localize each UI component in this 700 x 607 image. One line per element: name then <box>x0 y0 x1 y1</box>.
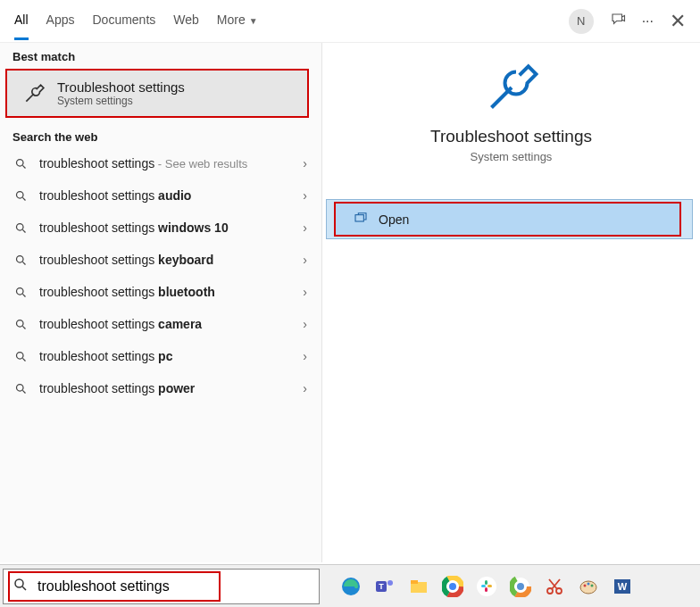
svg-point-9 <box>15 579 23 587</box>
svg-text:T: T <box>379 582 384 591</box>
svg-text:W: W <box>618 581 628 592</box>
search-icon <box>12 284 29 300</box>
svg-point-6 <box>16 352 23 359</box>
search-icon <box>12 155 29 171</box>
svg-rect-8 <box>355 215 363 221</box>
svg-point-33 <box>584 584 587 586</box>
taskbar-word-icon[interactable]: W <box>608 572 637 601</box>
user-avatar[interactable]: N <box>569 9 594 34</box>
chevron-right-icon: › <box>303 285 307 299</box>
tab-more[interactable]: More▼ <box>217 2 258 40</box>
svg-rect-15 <box>411 580 418 584</box>
section-search-web: Search the web <box>0 123 321 147</box>
more-options-icon[interactable]: ··· <box>642 13 654 29</box>
chevron-right-icon: › <box>303 253 307 267</box>
web-result-item[interactable]: troubleshoot settings keyboard› <box>0 244 321 276</box>
search-input[interactable] <box>38 578 310 595</box>
taskbar: T W <box>0 564 700 607</box>
search-icon <box>12 577 29 595</box>
tab-apps[interactable]: Apps <box>46 2 75 40</box>
web-result-text: troubleshoot settings power <box>39 381 303 395</box>
svg-point-21 <box>477 577 496 596</box>
open-label: Open <box>379 212 409 227</box>
preview-title: Troubleshoot settings <box>322 127 700 146</box>
taskbar-edge-icon[interactable] <box>337 572 365 601</box>
web-results-list: troubleshoot settings - See web results›… <box>0 147 321 404</box>
web-result-text: troubleshoot settings camera <box>39 317 303 331</box>
chevron-right-icon: › <box>303 156 307 170</box>
preview-subtitle: System settings <box>322 150 700 163</box>
svg-point-0 <box>16 159 23 166</box>
filter-tabs: All Apps Documents Web More▼ <box>14 2 258 40</box>
search-icon <box>12 316 29 332</box>
svg-rect-23 <box>488 585 492 587</box>
web-result-item[interactable]: troubleshoot settings power› <box>0 372 321 404</box>
web-result-item[interactable]: troubleshoot settings windows 10› <box>0 212 321 244</box>
svg-point-20 <box>449 583 456 590</box>
open-icon <box>354 211 368 228</box>
svg-point-5 <box>16 320 23 327</box>
svg-rect-25 <box>485 587 488 592</box>
svg-point-4 <box>16 287 23 295</box>
top-bar: All Apps Documents Web More▼ N ··· ✕ <box>0 0 700 43</box>
svg-point-3 <box>16 255 23 262</box>
wrench-icon-large <box>485 61 538 114</box>
svg-point-35 <box>591 584 594 586</box>
taskbar-snip-icon[interactable] <box>540 572 569 601</box>
web-result-text: troubleshoot settings keyboard <box>39 253 303 267</box>
results-panel: Best match Troubleshoot settings System … <box>0 43 321 562</box>
chevron-right-icon: › <box>303 317 307 331</box>
best-match-item[interactable]: Troubleshoot settings System settings <box>5 69 309 118</box>
chevron-right-icon: › <box>303 381 307 395</box>
search-icon <box>12 252 29 268</box>
web-result-text: troubleshoot settings bluetooth <box>39 285 303 299</box>
main-content: Best match Troubleshoot settings System … <box>0 43 700 562</box>
taskbar-chrome-icon[interactable] <box>438 572 467 601</box>
taskbar-explorer-icon[interactable] <box>404 572 433 601</box>
svg-point-29 <box>517 583 524 590</box>
web-result-text: troubleshoot settings - See web results <box>39 156 303 170</box>
open-button[interactable]: Open <box>334 202 681 237</box>
tab-web[interactable]: Web <box>173 2 199 40</box>
svg-point-13 <box>388 580 393 586</box>
chevron-down-icon: ▼ <box>249 16 258 26</box>
search-box[interactable] <box>3 569 320 604</box>
svg-point-34 <box>588 582 590 585</box>
search-icon <box>12 348 29 364</box>
chevron-right-icon: › <box>303 188 307 203</box>
tab-documents[interactable]: Documents <box>92 2 155 40</box>
web-result-item[interactable]: troubleshoot settings bluetooth› <box>0 276 321 308</box>
taskbar-icons: T W <box>337 572 637 601</box>
svg-point-7 <box>16 384 23 391</box>
svg-point-2 <box>16 223 23 230</box>
search-icon <box>12 220 29 236</box>
close-button[interactable]: ✕ <box>670 10 686 33</box>
web-result-item[interactable]: troubleshoot settings camera› <box>0 308 321 340</box>
svg-rect-22 <box>481 585 486 587</box>
svg-rect-24 <box>485 580 488 585</box>
tab-all[interactable]: All <box>14 2 29 40</box>
taskbar-slack-icon[interactable] <box>472 572 501 601</box>
taskbar-teams-icon[interactable]: T <box>371 572 399 601</box>
search-icon <box>12 380 29 396</box>
taskbar-paint-icon[interactable] <box>574 572 603 601</box>
web-result-text: troubleshoot settings pc <box>39 349 303 363</box>
section-best-match: Best match <box>0 43 321 67</box>
preview-panel: Troubleshoot settings System settings Op… <box>321 43 700 562</box>
chevron-right-icon: › <box>303 220 307 235</box>
wrench-icon <box>21 81 46 106</box>
web-result-item[interactable]: troubleshoot settings pc› <box>0 340 321 372</box>
search-icon <box>12 187 29 204</box>
web-result-text: troubleshoot settings audio <box>39 188 303 203</box>
best-match-title: Troubleshoot settings <box>57 79 185 95</box>
web-result-text: troubleshoot settings windows 10 <box>39 220 303 235</box>
taskbar-chrome-beta-icon[interactable] <box>506 572 535 601</box>
web-result-item[interactable]: troubleshoot settings - See web results› <box>0 147 321 179</box>
chevron-right-icon: › <box>303 349 307 363</box>
best-match-subtitle: System settings <box>57 95 185 107</box>
web-result-item[interactable]: troubleshoot settings audio› <box>0 179 321 212</box>
svg-point-1 <box>16 191 23 198</box>
feedback-icon[interactable] <box>610 12 626 31</box>
